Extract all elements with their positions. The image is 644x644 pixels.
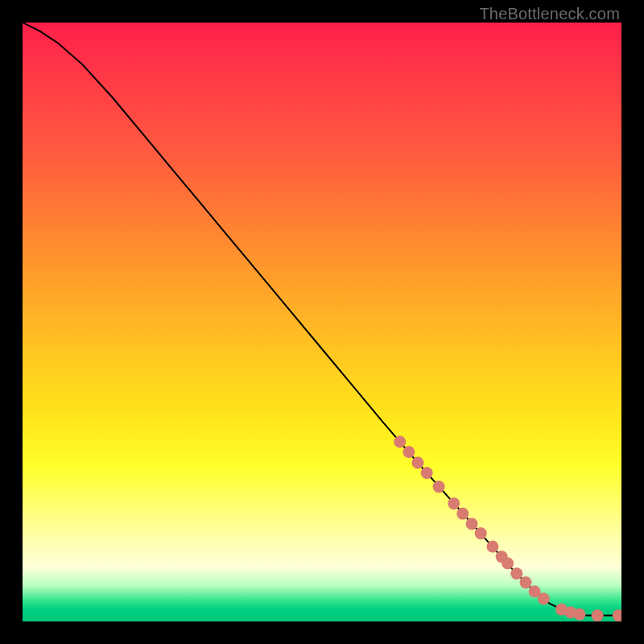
- plot-area: [23, 23, 621, 621]
- data-point: [402, 446, 415, 458]
- data-point: [555, 604, 568, 616]
- attribution-text: TheBottleneck.com: [479, 5, 620, 23]
- data-point: [466, 518, 478, 530]
- data-point: [510, 568, 522, 580]
- data-point: [412, 456, 424, 469]
- data-point: [433, 481, 445, 493]
- data-point: [448, 497, 460, 510]
- data-point: [475, 527, 487, 539]
- data-point: [538, 592, 550, 605]
- data-point: [564, 606, 576, 618]
- data-point: [529, 585, 541, 597]
- chart-frame: TheBottleneck.com: [0, 0, 644, 644]
- data-point: [613, 609, 621, 621]
- curve-layer: [23, 23, 621, 621]
- data-point: [520, 576, 532, 588]
- data-point: [487, 541, 499, 553]
- data-point: [592, 609, 604, 621]
- bottleneck-curve: [23, 23, 621, 616]
- data-point: [496, 551, 508, 563]
- data-point: [421, 467, 433, 479]
- data-point: [502, 557, 514, 569]
- data-point: [573, 609, 585, 621]
- data-point: [456, 508, 469, 520]
- data-point: [394, 436, 406, 448]
- highlighted-points: [394, 436, 621, 621]
